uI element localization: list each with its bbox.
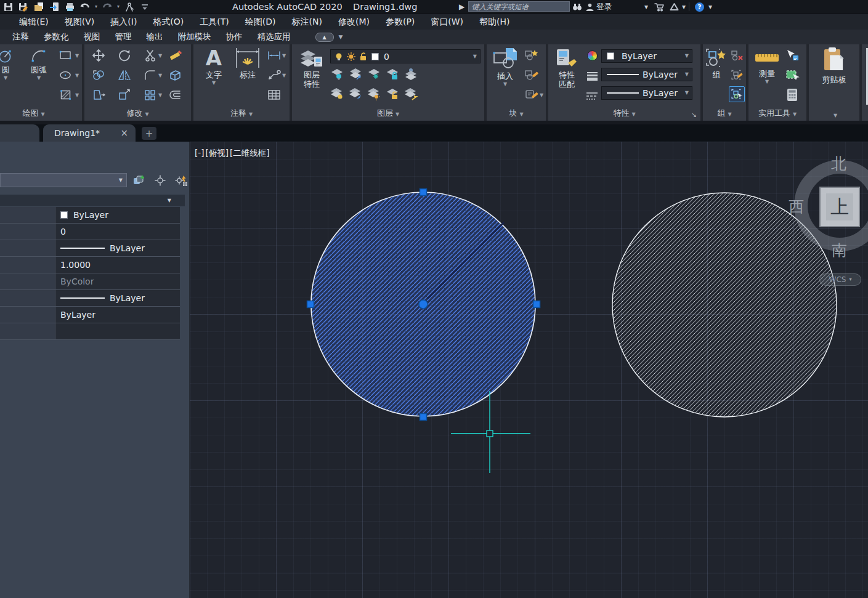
arc-button[interactable]: 圆弧 ▼ (23, 48, 54, 81)
prop-value-color[interactable]: ByLayer (55, 207, 180, 224)
file-tab-clipped[interactable] (0, 124, 39, 142)
ungroup-button[interactable] (729, 48, 745, 63)
layer-select-dropdown[interactable]: 0 ▼ (330, 49, 481, 63)
user-icon[interactable] (585, 1, 594, 12)
sign-in-caret[interactable]: ▾ (644, 1, 648, 12)
properties-panel-label[interactable]: 特性▼ (548, 108, 700, 119)
edit-block-button[interactable] (524, 68, 540, 83)
prop-value-transparency[interactable]: ByLayer (55, 307, 180, 323)
menu-view[interactable]: 视图(V) (57, 14, 103, 30)
select-similar-button[interactable] (784, 68, 800, 83)
grip-bottom[interactable] (420, 414, 427, 421)
linear-dimension-caret[interactable]: ▼ (281, 48, 287, 63)
draw-panel-label[interactable]: 绘图▼ (0, 108, 75, 119)
utilities-panel-label[interactable]: 实用工具▼ (748, 108, 806, 119)
drawing-canvas[interactable]: [-] [俯视] [二维线框] (190, 142, 868, 598)
grip-top[interactable] (420, 189, 427, 196)
table-button[interactable] (266, 87, 282, 102)
layers-panel-label[interactable]: 图层▼ (292, 108, 484, 119)
viewcube-top-face[interactable]: 上 (819, 187, 860, 227)
create-block-button[interactable] (524, 48, 540, 63)
a360-icon[interactable] (669, 1, 679, 12)
rotate-button[interactable] (116, 48, 132, 63)
open-icon[interactable] (33, 1, 44, 12)
tab-output[interactable]: 输出 (139, 30, 171, 44)
import-icon[interactable] (49, 1, 60, 12)
undo-icon[interactable] (79, 1, 91, 12)
rectangle-button[interactable] (58, 48, 74, 63)
layer-freeze-button[interactable] (366, 67, 382, 81)
fillet-caret[interactable]: ▼ (157, 68, 163, 83)
viewport-control-visual-style[interactable]: [二维线框] (230, 148, 270, 159)
edit-attributes-button[interactable] (524, 87, 540, 102)
move-button[interactable] (91, 48, 107, 63)
prop-value-layer[interactable]: 0 (55, 224, 180, 240)
redo-icon[interactable] (102, 1, 113, 12)
plot-icon[interactable] (64, 1, 75, 12)
match-properties-button[interactable]: 特性匹配 (551, 48, 583, 89)
circle-button[interactable]: 圆 ▼ (0, 48, 18, 81)
menu-draw[interactable]: 绘图(D) (237, 14, 284, 30)
layer-lock-button[interactable] (384, 67, 400, 81)
array-caret[interactable]: ▼ (157, 87, 163, 102)
leader-caret[interactable]: ▼ (281, 68, 287, 83)
trim-caret[interactable]: ▼ (157, 48, 163, 63)
file-tab-drawing1[interactable]: Drawing1* × (43, 124, 136, 142)
save-as-icon[interactable] (18, 1, 29, 12)
a360-caret[interactable]: ▾ (682, 1, 686, 12)
object-color-dropdown[interactable]: ByLayer ▼ (601, 49, 692, 63)
linetype-icon[interactable] (584, 89, 600, 103)
groups-panel-label[interactable]: 组▼ (703, 108, 746, 119)
group-button[interactable]: 组 (704, 48, 729, 79)
tab-addins[interactable]: 附加模块 (171, 30, 219, 44)
viewport-control-view[interactable]: [俯视] (205, 148, 229, 159)
redo-dropdown-caret[interactable]: ▾ (117, 4, 120, 9)
object-type-dropdown[interactable]: ▼ (0, 173, 127, 187)
layer-merge-button[interactable] (403, 86, 419, 101)
quick-select-button[interactable] (784, 48, 800, 63)
scale-button[interactable] (116, 87, 132, 102)
layer-match-button[interactable] (403, 67, 419, 81)
save-icon[interactable] (2, 1, 14, 12)
measure-button[interactable]: 测量 ▼ (752, 48, 782, 84)
trim-button[interactable] (142, 48, 158, 63)
copy-button[interactable] (91, 68, 107, 83)
viewcube-north-label[interactable]: 北 (831, 156, 846, 172)
quick-calc-button[interactable] (784, 87, 800, 102)
search-input[interactable] (468, 1, 570, 12)
layer-on-all-button[interactable] (329, 86, 345, 101)
insert-block-button[interactable]: 插入 ▼ (489, 47, 521, 87)
viewcube-south-label[interactable]: 南 (832, 243, 847, 259)
modify-panel-label[interactable]: 修改▼ (84, 108, 191, 119)
palette-section-header[interactable]: ▼ (0, 195, 185, 206)
menu-edit[interactable]: 编辑(E) (11, 14, 57, 30)
undo-dropdown-caret[interactable]: ▾ (95, 4, 97, 9)
ribbon-collapse-button[interactable]: ▲ (315, 33, 334, 42)
app-store-cart-icon[interactable] (654, 1, 665, 12)
group-edit-button[interactable] (729, 68, 745, 83)
block-panel-label[interactable]: 块▼ (487, 108, 546, 119)
grip-center[interactable] (419, 300, 428, 309)
ucs-dropdown[interactable]: WCS▾ (819, 273, 861, 286)
color-wheel-icon[interactable] (584, 48, 600, 63)
layer-dropdown-caret[interactable]: ▼ (473, 54, 477, 59)
prop-value-lineweight[interactable]: ByLayer (55, 290, 180, 307)
select-objects-button[interactable] (152, 172, 169, 188)
ellipse-button[interactable] (58, 68, 74, 83)
help-icon[interactable]: ? (695, 1, 704, 12)
tab-manage[interactable]: 管理 (108, 30, 139, 44)
menu-format[interactable]: 格式(O) (145, 14, 192, 30)
clipboard-panel-label[interactable]: ▼ (809, 110, 859, 119)
menu-insert[interactable]: 插入(I) (102, 14, 145, 30)
stretch-button[interactable] (91, 87, 107, 102)
prop-value-linetype[interactable]: ByLayer (55, 240, 180, 257)
offset-button[interactable] (167, 87, 183, 102)
layer-unisolate-button[interactable] (347, 86, 363, 101)
layer-isolate-button[interactable] (347, 67, 363, 81)
erase-button[interactable] (167, 48, 183, 63)
viewcube-west-label[interactable]: 西 (789, 199, 804, 215)
tab-parametric[interactable]: 参数化 (36, 30, 76, 44)
grip-right[interactable] (533, 301, 540, 308)
layer-unlock-all-button[interactable] (384, 86, 400, 101)
search-expand-arrow-icon[interactable]: ▶ (459, 1, 464, 12)
